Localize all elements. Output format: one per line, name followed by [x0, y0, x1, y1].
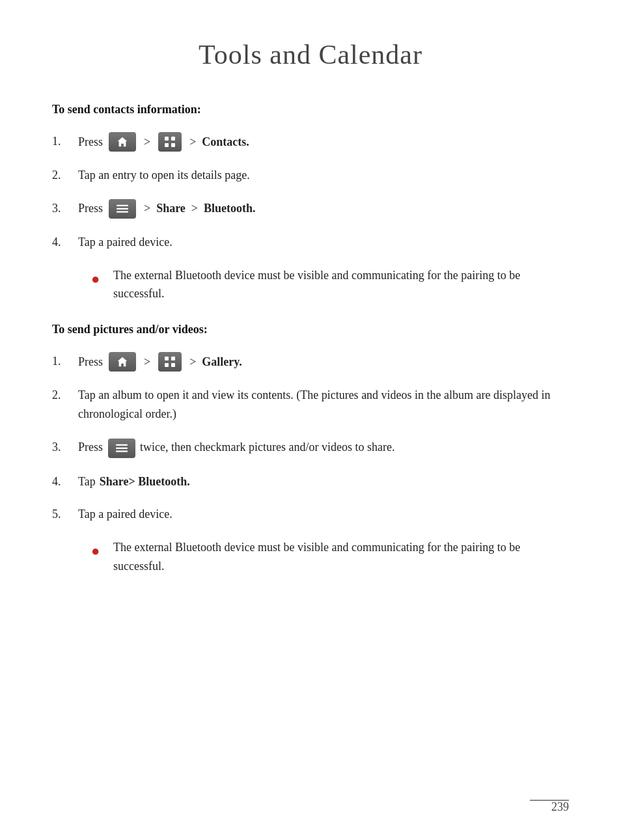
step-number: 3.	[52, 199, 78, 218]
page-number: 239	[551, 800, 569, 814]
svg-rect-1	[171, 137, 175, 141]
svg-rect-9	[165, 363, 169, 367]
bullet-text: The external Bluetooth device must be vi…	[113, 538, 569, 576]
step-content: Tap a paired device.	[78, 505, 569, 524]
step-number: 4.	[52, 472, 78, 491]
svg-rect-0	[165, 137, 169, 141]
step-number: 1.	[52, 352, 78, 371]
gallery-label: Gallery.	[202, 353, 242, 372]
grid-icon	[158, 132, 182, 152]
svg-rect-4	[117, 204, 128, 206]
step-number: 1.	[52, 132, 78, 151]
menu-icon	[108, 439, 135, 458]
step-number: 4.	[52, 233, 78, 252]
chevron2: >	[189, 353, 196, 372]
bluetooth-label: Bluetooth.	[204, 199, 256, 218]
section2-bullet: ● The external Bluetooth device must be …	[91, 538, 569, 576]
svg-rect-8	[171, 357, 175, 360]
section1-step2: 2. Tap an entry to open its details page…	[52, 166, 569, 185]
grid-icon	[158, 352, 182, 372]
bullet-text: The external Bluetooth device must be vi…	[113, 266, 569, 304]
press-label: Press	[78, 133, 103, 152]
section1-bullet: ● The external Bluetooth device must be …	[91, 266, 569, 304]
svg-rect-10	[171, 363, 175, 367]
chevron2: >	[191, 199, 198, 218]
page-title: Tools and Calendar	[52, 39, 569, 70]
section1-header: To send contacts information:	[52, 103, 569, 116]
share-bluetooth-label: Share> Bluetooth.	[100, 472, 190, 491]
step2-text: Tap an entry to open its details page.	[78, 166, 250, 185]
step-number: 5.	[52, 505, 78, 524]
step3-text-after: twice, then checkmark pictures and/or vi…	[140, 440, 394, 454]
step-content: Press twice, then checkmark pictures and…	[78, 438, 569, 458]
step-number: 2.	[52, 386, 78, 405]
svg-rect-3	[171, 143, 175, 147]
step2-text: Tap an album to open it and view its con…	[78, 388, 551, 420]
section2-step4: 4. Tap Share> Bluetooth.	[52, 472, 569, 491]
contacts-label: Contacts.	[202, 133, 249, 152]
share-label: Share	[156, 199, 186, 218]
section2-step3: 3. Press twice, then checkmark pictures …	[52, 438, 569, 458]
chevron1: >	[144, 353, 150, 372]
svg-rect-5	[117, 208, 128, 209]
section2: To send pictures and/or videos: 1. Press…	[52, 323, 569, 576]
chevron1: >	[144, 199, 150, 218]
step-content: Tap a paired device.	[78, 233, 569, 252]
step-content: Press > > Contacts.	[78, 132, 569, 152]
section1-step4: 4. Tap a paired device.	[52, 233, 569, 252]
svg-rect-13	[116, 450, 128, 452]
step5-text: Tap a paired device.	[78, 505, 172, 524]
svg-rect-11	[116, 444, 128, 445]
section2-header: To send pictures and/or videos:	[52, 323, 569, 336]
bullet-dot: ●	[91, 539, 104, 562]
menu-icon	[109, 199, 136, 219]
section2-step5: 5. Tap a paired device.	[52, 505, 569, 524]
press-label: Press	[78, 440, 106, 454]
section1-step1: 1. Press > > Contacts.	[52, 132, 569, 152]
home-icon	[109, 132, 136, 152]
section2-step1: 1. Press > > Gallery.	[52, 352, 569, 372]
section2-step2: 2. Tap an album to open it and view its …	[52, 386, 569, 424]
step-content: Press > > Gallery.	[78, 352, 569, 372]
step4-text: Tap a paired device.	[78, 233, 172, 252]
step-content: Tap an entry to open its details page.	[78, 166, 569, 185]
step-content: Tap Share> Bluetooth.	[78, 472, 569, 491]
press-label: Press	[78, 199, 103, 218]
section1: To send contacts information: 1. Press >	[52, 103, 569, 303]
svg-rect-7	[165, 357, 169, 360]
svg-rect-12	[116, 447, 128, 448]
step-content: Press > Share > Bluetooth.	[78, 199, 569, 219]
chevron1: >	[144, 133, 150, 152]
home-icon	[109, 352, 136, 372]
step-content: Tap an album to open it and view its con…	[78, 386, 569, 424]
step-number: 3.	[52, 438, 78, 457]
section1-step3: 3. Press > Share > Bluetooth.	[52, 199, 569, 219]
bullet-dot: ●	[91, 267, 104, 290]
step-number: 2.	[52, 166, 78, 185]
svg-rect-6	[117, 211, 128, 212]
svg-rect-2	[165, 143, 169, 147]
tap-label: Tap	[78, 472, 96, 491]
chevron2: >	[189, 133, 196, 152]
press-label: Press	[78, 353, 103, 372]
